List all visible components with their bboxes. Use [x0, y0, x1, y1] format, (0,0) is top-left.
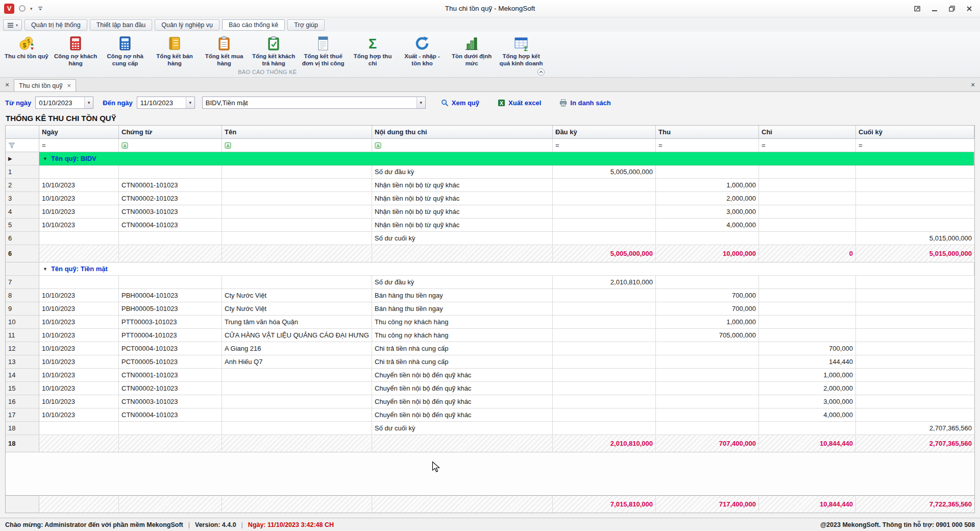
ribbon-button-label: Tổng kết bán hàng — [153, 53, 197, 67]
ribbon-button-0[interactable]: $$Thu chi tồn quỹ — [2, 33, 51, 61]
filter-operator: = — [762, 141, 766, 149]
summary-row-number: 6 — [6, 245, 39, 262]
column-header-3[interactable]: Nội dung thu chi — [372, 126, 553, 139]
collapse-group-icon[interactable]: ▼ — [43, 156, 47, 161]
dropdown-arrow-icon[interactable]: ▼ — [84, 97, 93, 108]
fund-select[interactable]: BIDV,Tiền mặt ▼ — [202, 96, 426, 109]
column-header-6[interactable]: Chi — [759, 126, 856, 139]
cell-dauky — [553, 395, 656, 408]
close-button[interactable] — [963, 3, 976, 14]
filter-cell-0[interactable]: = — [39, 139, 119, 152]
filter-indicator-cell[interactable] — [6, 139, 39, 152]
ribbon-button-1[interactable]: Công nợ khách hàng — [51, 33, 101, 68]
column-header-1[interactable]: Chứng từ — [119, 126, 222, 139]
close-all-tabs-button[interactable]: × — [2, 80, 12, 90]
cell-cuoiky — [856, 382, 974, 395]
ribbon-button-2[interactable]: Công nợ nhà cung cấp — [101, 33, 150, 68]
table-row[interactable]: 410/10/2023CTN00003-101023Nhận tiền nội … — [6, 205, 974, 219]
table-row[interactable]: 510/10/2023CTN00004-101023Nhận tiền nội … — [6, 219, 974, 232]
table-row[interactable]: 310/10/2023CTN00002-101023Nhận tiền nội … — [6, 192, 974, 205]
filter-cell-5[interactable]: = — [656, 139, 759, 152]
table-row[interactable]: 210/10/2023CTN00001-101023Nhận tiền nội … — [6, 179, 974, 192]
window-title: Thu chi tồn quỹ - MekongSoft — [0, 5, 980, 12]
ribbon-button-5[interactable]: Tổng kết khách trả hàng — [249, 33, 299, 68]
ribbon-tab-4[interactable]: Trợ giúp — [287, 19, 325, 31]
ribbon-tab-1[interactable]: Thiết lập ban đầu — [90, 19, 153, 31]
table-row[interactable]: 1510/10/2023CTN00002-101023Chuyển tiền n… — [6, 382, 974, 395]
ribbon-tab-0[interactable]: Quản trị hệ thống — [24, 19, 87, 31]
dropdown-arrow-icon[interactable]: ▼ — [186, 97, 194, 108]
dropdown-arrow-icon[interactable]: ▼ — [416, 97, 425, 108]
column-header-2[interactable]: Tên — [222, 126, 372, 139]
ribbon-button-6[interactable]: Tổng kết thuế đơn vị thi công — [299, 33, 348, 68]
cell-ngay: 10/10/2023 — [39, 329, 119, 342]
ribbon-button-10[interactable]: ΣTổng hợp kết quả kinh doanh — [497, 33, 546, 68]
table-row[interactable]: 1610/10/2023CTN00003-101023Chuyển tiền n… — [6, 395, 974, 408]
table-row[interactable]: 1310/10/2023PCT00005-101023Anh Hiếu Q7Ch… — [6, 355, 974, 369]
close-tab-icon[interactable]: × — [67, 82, 71, 89]
column-header-4[interactable]: Đầu kỳ — [553, 126, 656, 139]
document-tab[interactable]: Thu chi tồn quỹ × — [14, 79, 76, 91]
restore-button[interactable] — [945, 3, 959, 14]
quick-access-circle-icon[interactable] — [19, 5, 26, 12]
customize-quickaccess-icon[interactable] — [37, 6, 43, 12]
cell-chi — [759, 302, 856, 316]
cell-chungtu — [119, 422, 222, 435]
minimize-button[interactable] — [928, 3, 941, 14]
cell-cuoiky — [856, 342, 974, 355]
fullscreen-button[interactable] — [911, 3, 924, 14]
filter-cell-3[interactable]: A — [372, 139, 553, 152]
from-date-input[interactable]: 01/10/2023 ▼ — [35, 96, 93, 109]
filter-cell-1[interactable]: A — [119, 139, 222, 152]
ribbon-button-8[interactable]: Xuất - nhập - tồn kho — [398, 33, 447, 68]
filter-cell-7[interactable]: = — [856, 139, 974, 152]
to-date-input[interactable]: 11/10/2023 ▼ — [137, 96, 195, 109]
table-row[interactable]: 1Số dư đầu kỳ5,005,000,000 — [6, 165, 974, 179]
table-row[interactable]: 1710/10/2023CTN00004-101023Chuyển tiền n… — [6, 408, 974, 422]
cell-cuoiky — [856, 369, 974, 382]
table-row[interactable]: 1210/10/2023PCT00004-101023A Giang 216Ch… — [6, 342, 974, 355]
print-list-label: In danh sách — [570, 99, 610, 107]
ribbon-button-3[interactable]: Tổng kết bán hàng — [150, 33, 200, 68]
table-row[interactable]: 6Số dư cuối kỳ5,015,000,000 — [6, 232, 974, 245]
app-menu-button[interactable]: ▾ — [3, 19, 22, 31]
table-row[interactable]: 1110/10/2023PTT00004-101023CỬA HÀNG VẬT … — [6, 329, 974, 342]
ribbon-button-7[interactable]: ΣTổng hợp thu chi — [348, 33, 398, 68]
group-row[interactable]: ▼Tên quỹ: Tiền mặt — [6, 262, 974, 276]
app-logo-icon[interactable]: V — [4, 4, 14, 14]
filter-cell-2[interactable]: A — [222, 139, 372, 152]
collapse-group-icon[interactable]: ▼ — [43, 267, 47, 272]
cell-thu: 705,000,000 — [656, 329, 759, 342]
column-header-0[interactable]: Ngày — [39, 126, 119, 139]
cell-empty — [372, 245, 553, 262]
print-list-button[interactable]: In danh sách — [556, 98, 614, 108]
ribbon-tab-2[interactable]: Quản lý nghiệp vụ — [155, 19, 219, 31]
cell-cuoiky — [856, 329, 974, 342]
ribbon-button-9[interactable]: Tồn dưới định mức — [447, 33, 497, 68]
coins-icon: $$ — [18, 35, 35, 52]
table-row[interactable]: 1010/10/2023PTT00003-101023Trung tâm văn… — [6, 316, 974, 329]
export-excel-button[interactable]: X Xuất excel — [495, 98, 544, 108]
ribbon-collapse-button[interactable] — [537, 68, 545, 76]
row-number: 8 — [6, 289, 39, 302]
column-header-7[interactable]: Cuối kỳ — [856, 126, 974, 139]
view-fund-button[interactable]: Xem quỹ — [438, 98, 482, 108]
row-number: 13 — [6, 355, 39, 369]
cell-cuoiky — [856, 205, 974, 219]
filter-cell-4[interactable]: = — [553, 139, 656, 152]
focused-row-arrow-icon: ▶ — [8, 156, 12, 161]
table-row[interactable]: 910/10/2023PBH00005-101023Cty Nước ViệtB… — [6, 302, 974, 316]
ribbon-tab-3[interactable]: Báo cáo thống kê — [222, 19, 285, 31]
column-header-5[interactable]: Thu — [656, 126, 759, 139]
table-row[interactable]: 7Số dư đầu kỳ2,010,810,000 — [6, 276, 974, 289]
table-row[interactable]: 810/10/2023PBH00004-101023Cty Nước ViệtB… — [6, 289, 974, 302]
ribbon-button-4[interactable]: Tổng kết mua hàng — [200, 33, 249, 68]
table-row[interactable]: 1410/10/2023CTN00001-101023Chuyển tiền n… — [6, 369, 974, 382]
close-document-button[interactable]: × — [968, 80, 978, 90]
group-row[interactable]: ▶▼Tên quỹ: BIDV — [6, 152, 974, 165]
table-row[interactable]: 18Số dư cuối kỳ2,707,365,560 — [6, 422, 974, 435]
cell-ten: Cty Nước Việt — [222, 289, 372, 302]
filter-cell-6[interactable]: = — [759, 139, 856, 152]
cell-noidung: Chuyển tiền nội bộ đến quỹ khác — [372, 408, 553, 422]
caret-down-icon[interactable]: ▾ — [30, 6, 33, 11]
